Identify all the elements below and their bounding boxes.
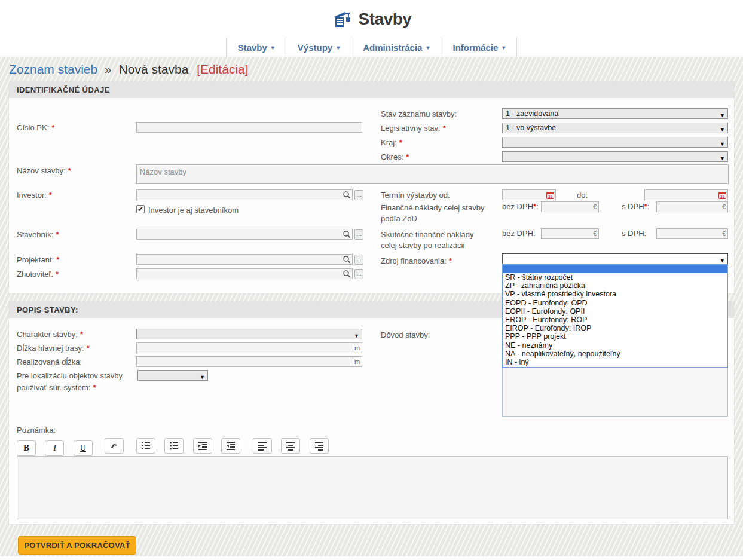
zdroj-option[interactable]: SR - štátny rozpočet [503, 273, 727, 281]
align-right-button[interactable] [310, 438, 329, 454]
nazov-stavby-field [136, 164, 729, 184]
projektant-label: Projektant: [17, 255, 54, 264]
svg-text:31: 31 [720, 195, 724, 198]
investor-label: Investor: [17, 191, 47, 200]
investor-browse-button[interactable]: ... [354, 190, 363, 200]
zdroj-financovania-select[interactable]: ▼ [502, 253, 728, 264]
lokalizacia-label-line1: Pre lokalizáciu objektov stavby [17, 371, 123, 380]
okres-label: Okres: [381, 152, 403, 161]
align-center-button[interactable] [281, 438, 300, 454]
ordered-list-icon [141, 441, 151, 451]
zdroj-option[interactable]: EROP - Eurofondy: ROP [503, 316, 727, 324]
meter-suffix: m [353, 344, 361, 352]
indent-icon [226, 441, 236, 451]
dovod-stavby-label: Dôvod stavby: [381, 331, 430, 339]
sur-system-select[interactable]: ▼ [137, 370, 208, 381]
nav-item-informacie[interactable]: Informácie ▾ [441, 38, 517, 57]
stav-zaznamu-select[interactable]: 1 - zaevidovaná ▼ [502, 108, 728, 119]
kraj-select[interactable]: ▼ [502, 137, 728, 148]
fin-bez-dph-input[interactable] [542, 202, 598, 212]
indent-button[interactable] [221, 438, 240, 454]
caret-down-icon: ▼ [354, 331, 359, 341]
termin-od-field: 31 [502, 189, 556, 200]
investor-search-input[interactable] [137, 190, 352, 200]
skutocne-naklady-label-line1: Skutočné finančné náklady [381, 230, 473, 239]
main-nav: Stavby ▾ Výstupy ▾ Administrácia ▾ Infor… [0, 38, 743, 57]
required-asterisk: * [443, 124, 446, 133]
projektant-browse-button[interactable]: ... [354, 255, 363, 265]
required-asterisk: * [68, 166, 71, 175]
app-header: Stavby [0, 0, 743, 38]
fin-s-dph-input[interactable] [657, 202, 727, 212]
breadcrumb-list-link[interactable]: Zoznam stavieb [9, 62, 97, 76]
termin-do-input[interactable] [645, 190, 727, 200]
zdroj-option-empty[interactable] [503, 265, 727, 273]
nav-item-stavby[interactable]: Stavby ▾ [226, 38, 286, 57]
page: Stavby Stavby ▾ Výstupy ▾ Administrácia … [0, 0, 743, 560]
zdroj-option[interactable]: IN - iný [503, 358, 727, 366]
dlzka-trasy-field: m [136, 342, 362, 353]
ordered-list-button[interactable] [136, 438, 155, 454]
nav-item-administracia[interactable]: Administrácia ▾ [351, 38, 441, 57]
realizovana-dlzka-input[interactable] [137, 357, 362, 366]
euro-suffix: € [593, 203, 597, 210]
okres-select[interactable]: ▼ [502, 151, 728, 162]
eraser-button[interactable] [105, 438, 124, 454]
bold-button[interactable]: B [17, 440, 36, 456]
projektant-search-input[interactable] [137, 255, 352, 264]
unordered-list-button[interactable] [164, 438, 184, 454]
required-asterisk: * [80, 330, 83, 339]
zhotovitel-search-input[interactable] [137, 269, 352, 279]
skut-s-dph-label: s DPH: [622, 229, 646, 238]
outdent-button[interactable] [193, 438, 212, 454]
stavebnik-search-input[interactable] [137, 229, 352, 239]
submit-button[interactable]: POTVRDIŤ A POKRAČOVAŤ [18, 536, 136, 555]
chevron-down-icon: ▾ [426, 44, 429, 51]
identification-panel: IDENTIFIKAČNÉ ÚDAJE Stav záznamu stavby:… [9, 82, 734, 293]
underline-button[interactable]: U [74, 440, 93, 456]
zdroj-option[interactable]: EOPD - Eurofondy: OPD [503, 299, 727, 307]
zdroj-option[interactable]: PPP - PPP projekt [503, 332, 727, 341]
cislo-pk-input[interactable] [137, 123, 362, 132]
poznamka-editor-textarea[interactable] [17, 457, 727, 519]
zdroj-option[interactable]: NE - neznámy [503, 341, 727, 350]
zdroj-option[interactable]: ZP - zahraničná pôžička [503, 281, 727, 290]
required-asterisk: * [56, 230, 59, 239]
zdroj-option[interactable]: EOPII - Eurofondy: OPII [503, 307, 727, 316]
legislativny-stav-label: Legislatívny stav: [381, 124, 441, 133]
identification-section-title: IDENTIFIKAČNÉ ÚDAJE [9, 82, 734, 98]
stavebnik-browse-button[interactable]: ... [354, 229, 363, 240]
search-icon [343, 270, 351, 278]
calendar-icon[interactable]: 31 [546, 191, 554, 199]
skut-bez-dph-field: € [541, 228, 599, 239]
skut-s-dph-input[interactable] [657, 229, 727, 238]
zdroj-option[interactable]: EIROP - Eurofondy: IROP [503, 324, 727, 332]
calendar-icon[interactable]: 31 [718, 191, 726, 199]
cislo-pk-label: Číslo PK: [17, 123, 49, 132]
zdroj-option[interactable]: NA - neaplikovateľný, nepoužiteľný [503, 350, 727, 358]
legislativny-stav-select[interactable]: 1 - vo výstavbe ▼ [502, 123, 728, 133]
svg-text:31: 31 [548, 195, 552, 198]
stav-zaznamu-label: Stav záznamu stavby: [381, 109, 457, 118]
align-left-button[interactable] [253, 438, 272, 454]
skut-bez-dph-input[interactable] [542, 229, 598, 238]
nazov-stavby-label: Názov stavby: [17, 166, 66, 175]
zdroj-option[interactable]: VP - vlastné prostriedky investora [503, 290, 727, 298]
italic-button[interactable]: I [45, 440, 64, 456]
caret-down-icon: ▼ [200, 372, 205, 382]
zhotovitel-label: Zhotoviteľ: [17, 270, 53, 279]
app-title: Stavby [359, 10, 412, 29]
nav-item-vystupy[interactable]: Výstupy ▾ [286, 38, 351, 57]
search-icon [343, 191, 351, 199]
outdent-icon [198, 441, 207, 451]
fin-naklady-label-line2: podľa ZoD [381, 214, 417, 223]
search-icon [343, 255, 351, 264]
dlzka-trasy-input[interactable] [137, 343, 362, 353]
zhotovitel-browse-button[interactable]: ... [354, 269, 363, 279]
charakter-stavby-select[interactable]: ▼ [136, 329, 362, 339]
investor-je-stavebnikom-checkbox[interactable]: ✔ [136, 205, 145, 213]
zhotovitel-search-field [136, 268, 353, 279]
nazov-stavby-textarea[interactable] [137, 165, 728, 183]
app-logo: Stavby [332, 8, 412, 30]
breadcrumb-separator: » [105, 62, 112, 76]
